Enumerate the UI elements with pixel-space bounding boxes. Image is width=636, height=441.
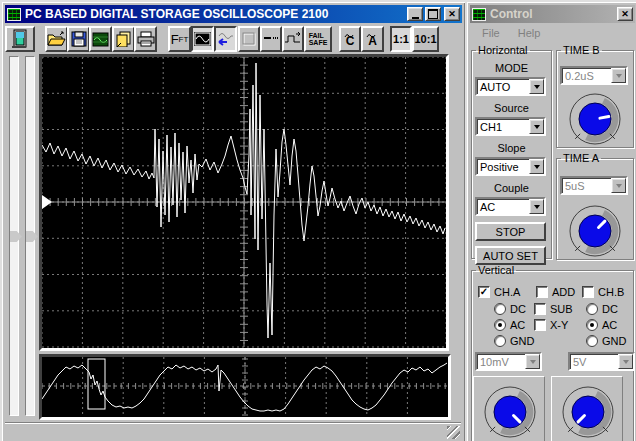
chevron-down-icon bbox=[534, 165, 540, 169]
fft-button[interactable]: FFT bbox=[168, 26, 191, 52]
chevron-down-icon bbox=[616, 184, 622, 188]
cha-gnd-radio[interactable]: GND bbox=[494, 335, 534, 347]
square-wave-button[interactable] bbox=[282, 26, 304, 52]
dropdown-button[interactable] bbox=[529, 159, 544, 174]
chb-dc-radio[interactable]: DC bbox=[586, 303, 618, 315]
exit-button[interactable] bbox=[5, 26, 35, 52]
dropdown-button[interactable] bbox=[529, 199, 544, 214]
radio-circle[interactable] bbox=[586, 335, 598, 347]
channel-a-label: CH.A bbox=[494, 286, 520, 298]
chevron-down-icon bbox=[623, 360, 629, 364]
slope-select[interactable]: Positive bbox=[475, 157, 546, 176]
chb-knob-panel bbox=[551, 376, 623, 441]
time-b-select: 0.2uS bbox=[560, 66, 628, 85]
chevron-down-icon bbox=[534, 85, 540, 89]
slope-label: Slope bbox=[472, 142, 551, 154]
grid-toggle-button[interactable] bbox=[238, 26, 260, 52]
capture-display-button[interactable] bbox=[89, 26, 112, 52]
radio-circle[interactable] bbox=[494, 335, 506, 347]
checkbox-box[interactable] bbox=[582, 286, 594, 298]
main-scope-waveform bbox=[42, 57, 446, 348]
channel-b-label: CH.B bbox=[598, 286, 624, 298]
chb-volts-knob[interactable] bbox=[559, 383, 617, 441]
time-a-knob[interactable] bbox=[566, 202, 624, 262]
chb-ac-radio[interactable]: AC bbox=[586, 319, 617, 331]
mode-select[interactable]: AUTO bbox=[475, 77, 546, 96]
close-icon: ✕ bbox=[621, 9, 629, 19]
printer-icon bbox=[137, 31, 155, 47]
radio-circle[interactable] bbox=[494, 319, 506, 331]
sine-wave-icon bbox=[194, 32, 211, 46]
calibrate-a-button[interactable]: A bbox=[361, 26, 384, 52]
channel-a-position-slider[interactable] bbox=[9, 56, 19, 416]
radio-circle[interactable] bbox=[586, 319, 598, 331]
open-button[interactable] bbox=[45, 26, 68, 52]
probe-10x-button[interactable]: 10:1 bbox=[412, 26, 439, 52]
control-titlebar[interactable]: Control ✕ bbox=[470, 5, 635, 23]
resize-grip[interactable] bbox=[447, 426, 460, 439]
minimize-button[interactable] bbox=[407, 7, 423, 21]
channel-b-position-slider[interactable] bbox=[25, 56, 35, 416]
menu-help[interactable]: Help bbox=[512, 25, 547, 41]
dotted-line-style-button[interactable] bbox=[260, 26, 282, 52]
add-checkbox[interactable]: ADD bbox=[536, 286, 575, 298]
vertical-group-label: Vertical bbox=[476, 264, 516, 276]
cha-volts-knob[interactable] bbox=[481, 383, 539, 441]
checkbox-box[interactable]: ✓ bbox=[478, 286, 490, 298]
maximize-button[interactable] bbox=[425, 7, 441, 21]
xy-label: X-Y bbox=[550, 319, 568, 331]
fft-sub-label: FT bbox=[179, 35, 189, 44]
cha-dc-radio[interactable]: DC bbox=[494, 303, 526, 315]
main-scope-display[interactable] bbox=[39, 54, 449, 351]
menu-file[interactable]: File bbox=[476, 25, 506, 41]
square-wave-icon bbox=[284, 32, 302, 46]
horizontal-group: Horizontal MODE AUTO Source CH1 Slope Po… bbox=[471, 44, 552, 259]
notes-button[interactable] bbox=[112, 26, 135, 52]
couple-label: Couple bbox=[472, 182, 551, 194]
stop-button[interactable]: STOP bbox=[475, 222, 546, 241]
single-shot-button[interactable] bbox=[214, 26, 237, 52]
xy-checkbox[interactable]: X-Y bbox=[534, 319, 568, 331]
trigger-level-marker[interactable] bbox=[42, 195, 52, 209]
fail-safe-button[interactable]: FAIL SAFE bbox=[304, 26, 332, 52]
channel-a-position-thumb[interactable] bbox=[10, 231, 22, 242]
chb-gnd-radio[interactable]: GND bbox=[586, 335, 626, 347]
time-a-select: 5uS bbox=[560, 176, 628, 195]
source-select[interactable]: CH1 bbox=[475, 117, 546, 136]
radio-circle[interactable] bbox=[494, 303, 506, 315]
control-close-button[interactable]: ✕ bbox=[617, 7, 633, 21]
dropdown-button[interactable] bbox=[529, 119, 544, 134]
main-titlebar[interactable]: PC BASED DIGITAL STORAGE OSCILLOSCOPE 21… bbox=[5, 5, 462, 23]
couple-select[interactable]: AC bbox=[475, 197, 546, 216]
oscilloscope-app-icon bbox=[7, 8, 21, 21]
calibrate-c-button[interactable]: C bbox=[339, 26, 361, 52]
checkbox-box[interactable] bbox=[534, 303, 546, 315]
waveform-mode-button[interactable] bbox=[191, 26, 214, 52]
channel-b-position-thumb[interactable] bbox=[26, 231, 38, 242]
wave-glyph-icon bbox=[344, 32, 354, 39]
radio-circle[interactable] bbox=[586, 303, 598, 315]
channel-b-checkbox[interactable]: CH.B bbox=[582, 286, 624, 298]
time-b-knob[interactable] bbox=[566, 90, 624, 150]
probe-1x-button[interactable]: 1:1 bbox=[390, 26, 412, 52]
time-b-label: TIME B bbox=[561, 44, 602, 56]
close-button[interactable]: ✕ bbox=[444, 7, 460, 21]
print-button[interactable] bbox=[134, 26, 157, 52]
checkbox-box[interactable] bbox=[534, 319, 546, 331]
checkbox-box[interactable] bbox=[536, 286, 548, 298]
notes-pages-icon bbox=[115, 31, 132, 47]
time-a-group: TIME A 5uS bbox=[556, 152, 634, 260]
time-b-group: TIME B 0.2uS bbox=[556, 44, 634, 148]
save-button[interactable] bbox=[67, 26, 90, 52]
sub-checkbox[interactable]: SUB bbox=[534, 303, 573, 315]
dropdown-button bbox=[611, 178, 626, 193]
minimize-icon bbox=[412, 17, 419, 19]
channel-a-checkbox[interactable]: ✓CH.A bbox=[478, 286, 520, 298]
dropdown-button[interactable] bbox=[529, 79, 544, 94]
auto-set-button[interactable]: AUTO SET bbox=[475, 246, 546, 265]
cha-ac-radio[interactable]: AC bbox=[494, 319, 525, 331]
close-icon: ✕ bbox=[448, 9, 456, 19]
fft-label: F bbox=[171, 32, 179, 47]
overview-display[interactable] bbox=[39, 354, 451, 420]
chevron-down-icon bbox=[534, 125, 540, 129]
